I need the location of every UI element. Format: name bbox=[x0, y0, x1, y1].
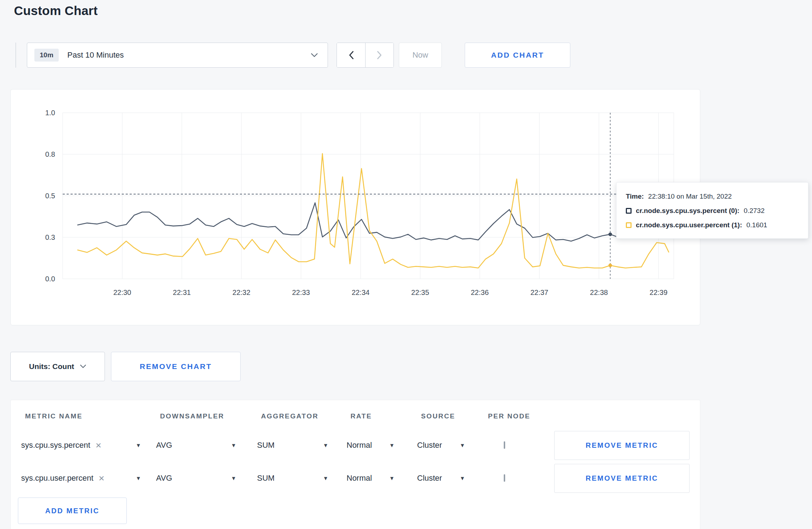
chevron-down-icon bbox=[80, 364, 86, 369]
chevron-right-icon bbox=[377, 50, 382, 60]
caret-down-icon: ▾ bbox=[390, 475, 393, 481]
caret-down-icon: ▾ bbox=[137, 442, 140, 448]
tooltip-series-row: cr.node.sys.cpu.user.percent (1): 0.1601 bbox=[626, 219, 799, 231]
y-axis: 1.00.80.50.30.0 bbox=[11, 113, 57, 279]
add-metric-button[interactable]: ADD METRIC bbox=[18, 498, 127, 524]
y-axis-tick: 0.0 bbox=[12, 274, 55, 283]
tooltip-time-value: 22:38:10 on Mar 15th, 2022 bbox=[648, 193, 731, 200]
crosshair-marker bbox=[608, 233, 612, 236]
x-axis-tick: 22:33 bbox=[292, 288, 310, 297]
caret-down-icon: ▾ bbox=[461, 475, 464, 481]
x-axis-tick: 22:37 bbox=[530, 288, 548, 297]
caret-down-icon: ▾ bbox=[390, 442, 393, 448]
series-line-user-percent bbox=[77, 154, 669, 268]
col-header-downsampler: DOWNSAMPLER bbox=[160, 412, 261, 420]
y-axis-tick: 0.3 bbox=[12, 233, 55, 242]
prev-range-button[interactable] bbox=[337, 43, 365, 67]
crosshair-marker bbox=[608, 263, 612, 267]
per-node-checkbox[interactable] bbox=[504, 441, 505, 449]
time-range-label: Past 10 Minutes bbox=[67, 50, 310, 60]
tooltip-series-row: cr.node.sys.cpu.sys.percent (0): 0.2732 bbox=[626, 205, 799, 217]
units-label: Units: Count bbox=[29, 362, 74, 371]
toolbar-divider bbox=[15, 43, 16, 68]
remove-metric-button[interactable]: REMOVE METRIC bbox=[554, 464, 690, 493]
downsampler-value: AVG bbox=[156, 474, 172, 483]
chart-plot-area[interactable] bbox=[63, 113, 674, 279]
col-header-per-node: PER NODE bbox=[488, 412, 558, 420]
units-dropdown[interactable]: Units: Count bbox=[10, 352, 105, 381]
metric-row: sys.cpu.sys.percent ✕ ▾ AVG▾ SUM▾ Normal… bbox=[11, 429, 700, 462]
caret-down-icon: ▾ bbox=[232, 442, 235, 448]
source-select[interactable]: Cluster▾ bbox=[417, 474, 464, 483]
x-axis-tick: 22:36 bbox=[471, 288, 489, 297]
metric-name-value: sys.cpu.sys.percent bbox=[21, 441, 90, 450]
aggregator-select[interactable]: SUM▾ bbox=[257, 474, 327, 483]
source-value: Cluster bbox=[417, 441, 442, 450]
tooltip-time-row: Time: 22:38:10 on Mar 15th, 2022 bbox=[626, 190, 799, 203]
tooltip-series-value: 0.2732 bbox=[744, 207, 764, 215]
chart-tooltip: Time: 22:38:10 on Mar 15th, 2022 cr.node… bbox=[616, 182, 808, 239]
remove-metric-button[interactable]: REMOVE METRIC bbox=[554, 431, 690, 460]
custom-chart-page: Custom Chart 10m Past 10 Minutes Now ADD… bbox=[0, 0, 812, 529]
next-range-button[interactable] bbox=[365, 43, 393, 67]
metrics-table-header: METRIC NAME DOWNSAMPLER AGGREGATOR RATE … bbox=[11, 400, 700, 429]
rate-select[interactable]: Normal▾ bbox=[347, 441, 393, 450]
tooltip-series-value: 0.1601 bbox=[746, 221, 767, 229]
x-axis-tick: 22:31 bbox=[173, 288, 191, 297]
aggregator-select[interactable]: SUM▾ bbox=[257, 441, 327, 450]
col-header-source: SOURCE bbox=[421, 412, 488, 420]
clear-metric-icon[interactable]: ✕ bbox=[98, 475, 105, 482]
chevron-left-icon bbox=[348, 50, 354, 60]
x-axis-tick: 22:34 bbox=[352, 288, 369, 297]
metric-row: sys.cpu.user.percent ✕ ▾ AVG▾ SUM▾ Norma… bbox=[11, 462, 700, 495]
metric-name-select[interactable]: sys.cpu.sys.percent ✕ ▾ bbox=[21, 441, 140, 450]
downsampler-value: AVG bbox=[156, 441, 172, 450]
series-swatch-sys-icon bbox=[626, 208, 632, 214]
time-range-dropdown[interactable]: 10m Past 10 Minutes bbox=[27, 43, 328, 68]
time-range-nav bbox=[337, 43, 394, 68]
aggregator-value: SUM bbox=[257, 474, 275, 483]
add-chart-button[interactable]: ADD CHART bbox=[465, 43, 570, 68]
metric-name-select[interactable]: sys.cpu.user.percent ✕ ▾ bbox=[21, 474, 140, 483]
source-value: Cluster bbox=[417, 474, 442, 483]
metrics-table: METRIC NAME DOWNSAMPLER AGGREGATOR RATE … bbox=[10, 400, 700, 529]
x-axis-tick: 22:30 bbox=[113, 288, 131, 297]
caret-down-icon: ▾ bbox=[137, 475, 140, 481]
caret-down-icon: ▾ bbox=[324, 442, 327, 448]
aggregator-value: SUM bbox=[257, 441, 275, 450]
y-axis-tick: 0.5 bbox=[12, 191, 55, 200]
tooltip-series-label: cr.node.sys.cpu.user.percent (1): bbox=[636, 221, 742, 229]
x-axis-tick: 22:35 bbox=[411, 288, 429, 297]
series-swatch-user-icon bbox=[626, 222, 632, 228]
rate-value: Normal bbox=[347, 474, 372, 483]
x-axis-tick: 22:38 bbox=[590, 288, 608, 297]
caret-down-icon: ▾ bbox=[324, 475, 327, 481]
remove-chart-button[interactable]: REMOVE CHART bbox=[111, 352, 241, 381]
col-header-aggregator: AGGREGATOR bbox=[261, 412, 351, 420]
x-axis-tick: 22:39 bbox=[649, 288, 667, 297]
clear-metric-icon[interactable]: ✕ bbox=[95, 442, 102, 449]
per-node-checkbox[interactable] bbox=[504, 474, 505, 482]
chevron-down-icon bbox=[310, 53, 318, 58]
time-range-badge: 10m bbox=[34, 49, 59, 62]
rate-value: Normal bbox=[347, 441, 372, 450]
tooltip-time-label: Time: bbox=[626, 193, 644, 200]
downsampler-select[interactable]: AVG▾ bbox=[156, 441, 235, 450]
source-select[interactable]: Cluster▾ bbox=[417, 441, 464, 450]
x-axis: 22:3022:3122:3222:3322:3422:3522:3622:37… bbox=[63, 288, 674, 299]
downsampler-select[interactable]: AVG▾ bbox=[156, 474, 235, 483]
series-line-sys-percent bbox=[77, 203, 664, 241]
now-button[interactable]: Now bbox=[399, 43, 442, 68]
metric-name-value: sys.cpu.user.percent bbox=[21, 474, 93, 483]
page-title: Custom Chart bbox=[14, 4, 98, 18]
tooltip-series-label: cr.node.sys.cpu.sys.percent (0): bbox=[636, 207, 739, 215]
col-header-rate: RATE bbox=[351, 412, 421, 420]
caret-down-icon: ▾ bbox=[461, 442, 464, 448]
caret-down-icon: ▾ bbox=[232, 475, 235, 481]
chart-card: 1.00.80.50.30.0 22:3022:3122:3222:3322:3… bbox=[10, 89, 700, 325]
rate-select[interactable]: Normal▾ bbox=[347, 474, 393, 483]
x-axis-tick: 22:32 bbox=[232, 288, 250, 297]
col-header-metric-name: METRIC NAME bbox=[25, 412, 160, 420]
y-axis-tick: 0.8 bbox=[12, 150, 55, 159]
y-axis-tick: 1.0 bbox=[12, 108, 55, 117]
